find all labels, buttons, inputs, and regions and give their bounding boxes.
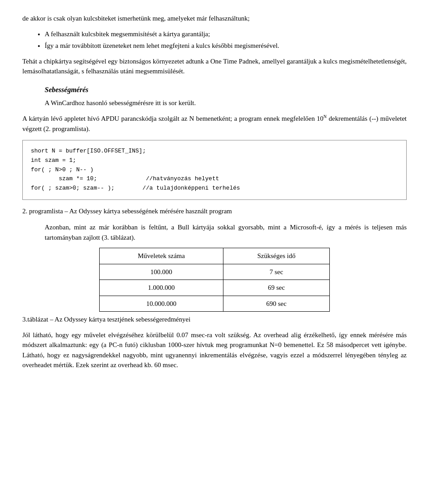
table-row: 1.000.00069 sec <box>100 280 330 296</box>
code-block: short N = buffer[ISO.OFFSET_INS]; int sz… <box>22 140 407 200</box>
section-body-text: A kártyán lévő appletet hívó APDU paranc… <box>22 115 324 122</box>
table-caption: 3.táblázat – Az Odyssey kártya tesztjéne… <box>22 314 407 325</box>
code-line-1: short N = buffer[ISO.OFFSET_INS]; <box>31 147 398 156</box>
intro-prefix-text: de akkor is csak olyan kulcsbiteket isme… <box>22 13 407 24</box>
section-intro: A WinCardhoz hasonló sebességmérésre itt… <box>45 98 407 108</box>
code-line-2: int szam = 1; <box>31 156 398 165</box>
bullet-item-2: Így a már továbbított üzeneteket nem leh… <box>45 41 407 51</box>
table-cell-1-0: 1.000.000 <box>100 280 223 296</box>
table-cell-2-1: 690 sec <box>223 296 329 312</box>
section-body: A kártyán lévő appletet hívó APDU paranc… <box>22 113 407 134</box>
table-cell-1-1: 69 sec <box>223 280 329 296</box>
code-line-4: szam *= 10; //hatványozás helyett <box>31 174 398 184</box>
table-header-row: Műveletek száma Szükséges idő <box>100 248 330 264</box>
paragraph-2: Azonban, mint az már korábban is feltűnt… <box>45 222 407 242</box>
table-header-col-1: Műveletek száma <box>100 248 223 264</box>
code-line-5: for( ; szam>0; szam-- ); //a tulajdonkép… <box>31 184 398 193</box>
results-table: Műveletek száma Szükséges idő 100.0007 s… <box>99 248 330 312</box>
section-title: Sebességmérés <box>45 85 407 95</box>
table-cell-0-1: 7 sec <box>223 264 329 280</box>
table-cell-0-0: 100.000 <box>100 264 223 280</box>
table-cell-2-0: 10.000.000 <box>100 296 223 312</box>
table-row: 10.000.000690 sec <box>100 296 330 312</box>
code-caption: 2. programlista – Az Odyssey kártya sebe… <box>22 206 407 216</box>
section-sup: N <box>324 114 327 119</box>
bullet-item-1: A felhasznált kulcsbitek megsemmisítését… <box>45 29 407 39</box>
page-content: de akkor is csak olyan kulcsbiteket isme… <box>22 13 407 370</box>
table-header-col-2: Szükséges idő <box>223 248 329 264</box>
intro-bullet-list: A felhasznált kulcsbitek megsemmisítését… <box>45 29 407 51</box>
paragraph-1: Tehát a chipkártya segítségével egy bizt… <box>22 56 407 76</box>
paragraph-3: Jól látható, hogy egy művelet elvégzéséh… <box>22 330 407 370</box>
code-line-3: for( ; N>0 ; N-- ) <box>31 165 398 175</box>
table-row: 100.0007 sec <box>100 264 330 280</box>
